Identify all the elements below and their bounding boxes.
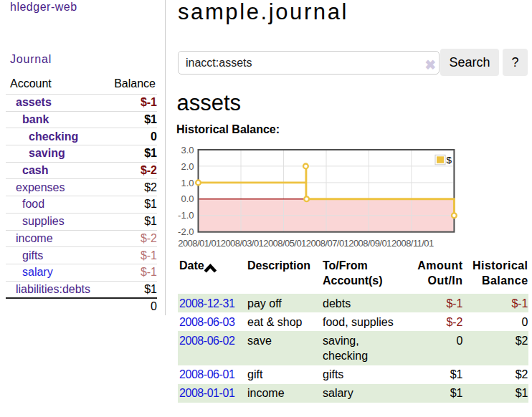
svg-text:2008/05/01: 2008/05/01 [263, 238, 306, 249]
svg-text:3.0: 3.0 [181, 145, 194, 155]
svg-text:2.0: 2.0 [181, 161, 194, 172]
svg-text:1.0: 1.0 [181, 178, 194, 188]
svg-text:2008/01/01: 2008/01/01 [178, 238, 221, 249]
svg-text:2008/09/01: 2008/09/01 [348, 238, 391, 249]
svg-text:-2.0: -2.0 [178, 226, 194, 237]
svg-text:2008/11/01: 2008/11/01 [391, 238, 434, 249]
svg-text:2008/07/01: 2008/07/01 [306, 238, 349, 249]
svg-text:0.0: 0.0 [181, 193, 194, 204]
svg-text:$: $ [447, 155, 452, 166]
svg-text:2008/03/01: 2008/03/01 [221, 238, 264, 249]
svg-text:-1.0: -1.0 [178, 210, 194, 221]
